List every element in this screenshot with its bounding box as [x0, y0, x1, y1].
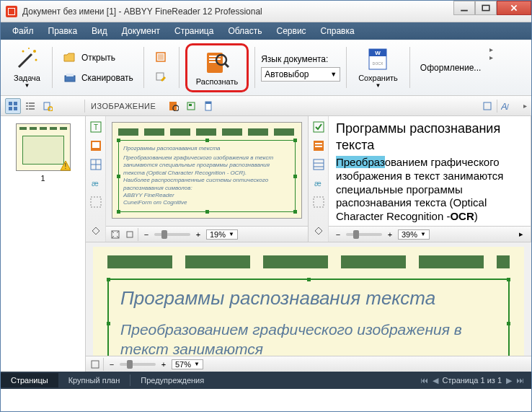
view-settings-button[interactable]: [40, 98, 56, 114]
zoom-in-button[interactable]: +: [192, 228, 205, 241]
svg-rect-27: [14, 107, 17, 110]
svg-rect-65: [314, 197, 324, 207]
text-toggle-button[interactable]: [479, 98, 495, 114]
tool-text-area[interactable]: T: [88, 119, 104, 135]
text-overflow[interactable]: ▸: [515, 228, 528, 241]
nav-next-button[interactable]: ▶: [506, 376, 512, 385]
actual-button[interactable]: [123, 228, 136, 241]
image-edit-icon: [154, 51, 169, 65]
close-button[interactable]: [497, 1, 531, 15]
status-tab-closeup[interactable]: Крупный план: [58, 373, 130, 387]
nav-last-button[interactable]: ⏭: [516, 376, 524, 385]
text-content[interactable]: Программы распознавания текста Преобразо…: [329, 116, 531, 226]
view-list-button[interactable]: [22, 98, 38, 114]
read-area-button[interactable]: [166, 98, 182, 114]
design-button[interactable]: Оформление...: [416, 61, 486, 75]
zoom-in-button-2[interactable]: +: [384, 228, 396, 241]
language-select[interactable]: Автовыбор ▼: [261, 67, 340, 82]
zoom-out-button-2[interactable]: −: [332, 228, 345, 241]
svg-rect-33: [29, 108, 35, 110]
svg-text:W: W: [376, 50, 381, 56]
zoom-value-3[interactable]: 57%▼: [172, 359, 203, 369]
menu-service[interactable]: Сервис: [271, 25, 312, 38]
zoom-out-button-3[interactable]: −: [105, 358, 118, 371]
thumbnail-panel: ! 1: [1, 116, 86, 372]
analyze-button[interactable]: [183, 98, 199, 114]
image-pane: T æ Программы: [86, 116, 309, 242]
svg-text:DOCX: DOCX: [373, 61, 384, 66]
status-tab-warnings[interactable]: Предупреждения: [130, 373, 214, 387]
page-props-button[interactable]: [200, 98, 216, 114]
text-tools: æ: [309, 116, 329, 242]
viewbar-overflow[interactable]: ▸: [519, 100, 531, 111]
svg-rect-16: [209, 58, 221, 60]
menu-view[interactable]: Вид: [86, 25, 113, 38]
page-info: Страница 1 из 1: [443, 376, 502, 385]
zoom-slider-2[interactable]: [346, 233, 382, 236]
menu-edit[interactable]: Правка: [43, 25, 84, 38]
svg-text:æ: æ: [314, 179, 322, 188]
folder-open-icon: [63, 51, 77, 65]
closeup-scroll[interactable]: Программы распознавания текста Преобразо…: [86, 242, 531, 356]
tool-special[interactable]: æ: [311, 175, 327, 191]
menu-page[interactable]: Страница: [169, 25, 219, 38]
svg-text:/: /: [507, 103, 509, 111]
zoom-slider-3[interactable]: [120, 363, 156, 366]
text-title: Программы распознавания текста: [336, 120, 523, 153]
scan-button[interactable]: Сканировать: [58, 69, 138, 87]
scanner-icon: [63, 71, 77, 85]
status-tab-pages[interactable]: Страницы: [1, 373, 58, 387]
svg-rect-24: [9, 102, 12, 105]
tool-picture-area[interactable]: [88, 138, 104, 154]
zoom-value-2[interactable]: 39%▼: [398, 229, 430, 240]
menu-area[interactable]: Область: [222, 25, 267, 38]
area-edit-button[interactable]: [150, 69, 173, 87]
menu-document[interactable]: Документ: [116, 25, 166, 38]
nav-first-button[interactable]: ⏮: [420, 376, 428, 385]
tool-background-area[interactable]: [88, 194, 104, 210]
tool-verify[interactable]: [311, 119, 327, 135]
open-button[interactable]: Открыть: [58, 48, 138, 67]
menu-help[interactable]: Справка: [315, 25, 360, 38]
svg-rect-59: [315, 143, 322, 144]
toolbar-overflow[interactable]: ▸▸: [488, 43, 495, 92]
zoom-value[interactable]: 19%▼: [206, 229, 238, 240]
menu-file[interactable]: Файл: [6, 25, 40, 38]
tool-pic-txt[interactable]: [311, 138, 327, 154]
tool-barcode-area[interactable]: æ: [88, 175, 104, 191]
minimize-button[interactable]: [453, 1, 475, 15]
img-doc-li2: CuneiForm от Cognitive: [123, 199, 291, 206]
fit-button[interactable]: [109, 228, 122, 241]
recognize-button[interactable]: Распознать: [190, 47, 244, 89]
zoom-out-button[interactable]: −: [140, 228, 153, 241]
svg-rect-49: [92, 142, 99, 148]
zoom-in-button-3[interactable]: +: [157, 358, 170, 371]
page-thumbnail-1[interactable]: !: [16, 123, 71, 171]
svg-rect-61: [314, 159, 324, 170]
view-thumbs-button[interactable]: [5, 98, 21, 114]
nav-prev-button[interactable]: ◀: [433, 376, 438, 385]
zoom-slider[interactable]: [154, 233, 190, 236]
svg-text:!: !: [64, 162, 66, 170]
svg-point-35: [48, 107, 53, 111]
svg-rect-39: [189, 104, 192, 106]
fit-button-3[interactable]: [89, 358, 102, 371]
tool-tbl-txt[interactable]: [311, 157, 327, 172]
save-button[interactable]: WDOCX Сохранить ▼: [353, 43, 404, 92]
task-button[interactable]: Задача ▼: [8, 43, 46, 92]
big-title: Программы распознавания текста: [120, 287, 497, 310]
image-scroll[interactable]: Программы распознавания текста Преобразо…: [106, 116, 308, 226]
tool-expand[interactable]: [88, 223, 104, 239]
svg-rect-26: [9, 107, 12, 110]
svg-rect-66: [92, 361, 99, 368]
image-edit-button[interactable]: [150, 48, 173, 67]
menubar: Файл Правка Вид Документ Страница Област…: [1, 22, 531, 40]
svg-rect-56: [127, 232, 133, 237]
svg-rect-31: [29, 105, 35, 107]
image-tools: T æ: [86, 116, 106, 242]
font-style-button[interactable]: A/: [499, 98, 515, 114]
maximize-button[interactable]: [475, 1, 497, 15]
tool-expand2[interactable]: [311, 223, 327, 239]
tool-table-area[interactable]: [88, 157, 104, 172]
tool-remove[interactable]: [311, 194, 327, 210]
